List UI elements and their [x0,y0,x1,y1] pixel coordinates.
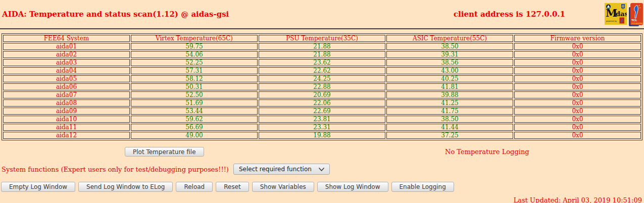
cell-asic: 41.81 [386,83,513,90]
plot-temperature-file-button[interactable]: Plot Temperature file [125,147,204,157]
function-select[interactable]: Select required function [233,164,330,175]
cell-system: aida04 [3,67,130,74]
system-functions-label: System functions (Expert users only for … [2,166,229,173]
client-address: client address is 127.0.0.1 [454,10,565,19]
cell-psu: 19.88 [259,132,385,139]
table-row: aida0953.4422.6941.750x0 [3,108,641,115]
chevron-down-icon [319,168,324,171]
table-row: aida1249.0019.8837.250x0 [3,132,641,139]
cell-system: aida12 [3,132,130,139]
cell-asic: 41.25 [386,99,513,107]
cell-system: aida10 [3,116,130,123]
cell-virtex: 59.75 [131,43,258,50]
midas-logo-icon: M idas powered by [605,3,627,25]
cell-virtex: 54.06 [131,51,258,58]
cell-psu: 22.62 [259,67,385,74]
cell-virtex: 57.31 [131,67,258,74]
tcl-powered-logo-icon: TCL POWERED [629,3,643,26]
cell-virtex: 52.25 [131,59,258,66]
cell-psu: 23.62 [259,59,385,66]
cell-psu: 21.88 [259,43,385,50]
cell-psu: 22.06 [259,99,385,107]
page-header: AIDA: Temperature and status scan(1.12) … [0,0,644,28]
table-row: aida0752.5020.6939.880x0 [3,91,641,98]
cell-virtex: 53.44 [131,108,258,115]
action-button-send-log-window-to-elog[interactable]: Send Log Window to ELog [78,182,173,192]
cell-asic: 38.56 [386,59,513,66]
temperature-logging-status: No Temperature Logging [445,148,529,156]
svg-text:TCL: TCL [631,19,637,22]
cell-asic: 38.50 [386,116,513,123]
cell-firmware: 0x0 [514,124,641,131]
action-button-reload[interactable]: Reload [176,182,213,192]
table-header-row: FEE64 SystemVirtex Temperature(65C)PSU T… [3,35,641,42]
cell-asic: 39.31 [386,51,513,58]
cell-firmware: 0x0 [514,75,641,82]
action-buttons-row: Empty Log WindowSend Log Window to ELogR… [0,182,644,192]
system-functions-row: System functions (Expert users only for … [0,163,644,175]
cell-virtex: 56.69 [131,124,258,131]
header-logos: M idas powered by TCL POWERED [605,3,643,26]
cell-psu: 23.81 [259,116,385,123]
table-row: aida0352.2523.6238.560x0 [3,59,641,66]
last-updated: Last Updated: April 03, 2019 10:51:09 [0,196,644,203]
cell-system: aida05 [3,75,130,82]
table-row: aida0254.0621.8839.310x0 [3,51,641,58]
table-row: aida0558.1224.2540.250x0 [3,75,641,82]
cell-system: aida11 [3,124,130,131]
cell-system: aida02 [3,51,130,58]
column-header: FEE64 System [3,35,130,42]
cell-psu: 22.88 [259,83,385,90]
cell-asic: 43.00 [386,67,513,74]
cell-asic: 38.50 [386,43,513,50]
cell-asic: 39.88 [386,91,513,98]
page-title: AIDA: Temperature and status scan(1.12) … [2,10,229,19]
cell-psu: 24.25 [259,75,385,82]
action-button-reset[interactable]: Reset [216,182,249,192]
cell-asic: 37.25 [386,132,513,139]
cell-firmware: 0x0 [514,116,641,123]
temperature-table: FEE64 SystemVirtex Temperature(65C)PSU T… [2,33,642,140]
cell-system: aida07 [3,91,130,98]
column-header: PSU Temperature(35C) [259,35,385,42]
cell-system: aida08 [3,99,130,107]
cell-asic: 40.25 [386,75,513,82]
cell-psu: 21.88 [259,51,385,58]
cell-virtex: 58.12 [131,75,258,82]
cell-firmware: 0x0 [514,99,641,107]
cell-system: aida01 [3,43,130,50]
column-header: Firmware version [514,35,641,42]
action-button-enable-logging[interactable]: Enable Logging [391,182,454,192]
function-select-value: Select required function [239,166,312,173]
cell-asic: 41.44 [386,124,513,131]
cell-firmware: 0x0 [514,59,641,66]
cell-firmware: 0x0 [514,43,641,50]
svg-text:idas: idas [613,10,627,18]
cell-firmware: 0x0 [514,108,641,115]
cell-firmware: 0x0 [514,83,641,90]
action-button-show-log-window[interactable]: Show Log Window [317,182,388,192]
table-row: aida0457.3122.6243.000x0 [3,67,641,74]
table-row: aida0851.6922.0641.250x0 [3,99,641,107]
cell-psu: 20.69 [259,91,385,98]
controls-row: Plot Temperature file No Temperature Log… [0,146,644,158]
cell-psu: 22.69 [259,108,385,115]
cell-virtex: 49.00 [131,132,258,139]
action-button-empty-log-window[interactable]: Empty Log Window [1,182,75,192]
table-body: aida0159.7521.8838.500x0aida0254.0621.88… [3,43,641,139]
temperature-table-wrap: FEE64 SystemVirtex Temperature(65C)PSU T… [0,29,644,140]
table-row: aida0650.3122.8841.810x0 [3,83,641,90]
cell-system: aida09 [3,108,130,115]
cell-firmware: 0x0 [514,51,641,58]
cell-system: aida06 [3,83,130,90]
table-row: aida1156.6923.3141.440x0 [3,124,641,131]
cell-firmware: 0x0 [514,91,641,98]
cell-firmware: 0x0 [514,67,641,74]
cell-virtex: 51.69 [131,99,258,107]
cell-firmware: 0x0 [514,132,641,139]
cell-system: aida03 [3,59,130,66]
column-header: ASIC Temperature(55C) [386,35,513,42]
table-row: aida0159.7521.8838.500x0 [3,43,641,50]
action-button-show-variables[interactable]: Show Variables [252,182,314,192]
table-row: aida1059.6223.8138.500x0 [3,116,641,123]
